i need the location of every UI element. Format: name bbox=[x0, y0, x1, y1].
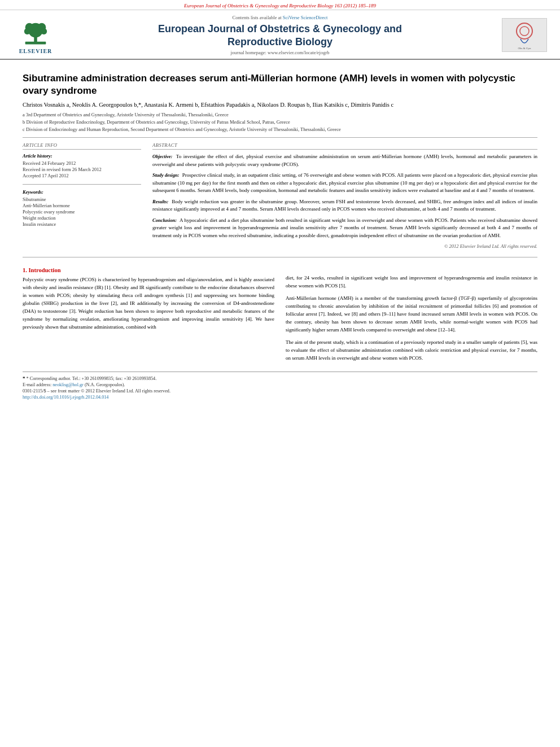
article-title: Sibutramine administration decreases ser… bbox=[23, 72, 537, 97]
obs-gyn-logo: Obs & Gyn bbox=[502, 18, 547, 52]
affiliations: a 3rd Department of Obstetrics and Gynec… bbox=[23, 111, 537, 133]
elsevier-tree-icon bbox=[19, 16, 53, 47]
results-text: Body weight reduction was greater in the… bbox=[152, 199, 537, 212]
abstract-col: Abstract Objective: To investigate the e… bbox=[152, 142, 537, 250]
received-1: Received 24 February 2012 bbox=[23, 160, 141, 166]
abstract-study-design: Study design: Prospective clinical study… bbox=[152, 172, 537, 195]
study-design-text: Prospective clinical study, in an outpat… bbox=[152, 172, 537, 193]
intro-paragraph-2: diet, for 24 weeks, resulted in signific… bbox=[286, 274, 537, 290]
abstract-label: Abstract bbox=[152, 142, 537, 150]
footnote-issn: 0301-2115/$ – see front matter © 2012 El… bbox=[23, 388, 537, 394]
kw-insulin: Insulin resistance bbox=[23, 221, 141, 227]
results-label: Results: bbox=[152, 199, 168, 204]
objective-text: To investigate the effect of diet, physi… bbox=[152, 154, 537, 167]
svg-point-5 bbox=[41, 28, 47, 34]
top-bar: European Journal of Obstetrics & Gynecol… bbox=[0, 0, 560, 10]
elsevier-label: ELSEVIER bbox=[19, 48, 53, 54]
sciverse-line: Contents lists available at SciVerse Sci… bbox=[67, 15, 493, 20]
copyright-line: © 2012 Elsevier Ireland Ltd. All rights … bbox=[152, 243, 537, 250]
affiliation-b: b Division of Reproductive Endocrinology… bbox=[23, 119, 537, 126]
elsevier-logo-left: ELSEVIER bbox=[10, 16, 61, 54]
footnote-corresponding: * * Corresponding author. Tel.: +30 2610… bbox=[23, 375, 537, 381]
footnote-email: E-mail address: neoklisg@hol.gr (N.A. Ge… bbox=[23, 382, 537, 387]
study-design-label: Study design: bbox=[152, 172, 179, 178]
svg-text:Obs & Gyn: Obs & Gyn bbox=[518, 47, 531, 50]
page-content: Sibutramine administration decreases ser… bbox=[0, 60, 560, 412]
journal-homepage: journal homepage: www.elsevier.com/locat… bbox=[67, 50, 493, 55]
footnote-doi: http://dx.doi.org/10.1016/j.ejogrb.2012.… bbox=[23, 395, 537, 400]
affiliation-a: a 3rd Department of Obstetrics and Gynec… bbox=[23, 111, 537, 119]
info-divider bbox=[23, 184, 141, 185]
body-divider bbox=[23, 257, 537, 257]
intro-heading: 1. Introduction bbox=[23, 267, 274, 273]
intro-paragraph-4: The aim of the present study, which is a… bbox=[286, 339, 537, 362]
keywords: Keywords: Sibutramine Anti-Müllerian hor… bbox=[23, 189, 141, 227]
keywords-label: Keywords: bbox=[23, 189, 141, 195]
abstract-text: Objective: To investigate the effect of … bbox=[152, 153, 537, 250]
kw-weight: Weight reduction bbox=[23, 215, 141, 221]
conclusion-text: A hypocaloric diet and a diet plus sibut… bbox=[152, 217, 537, 238]
body-columns: 1. Introduction Polycystic ovary syndrom… bbox=[23, 264, 537, 362]
body-left-col: 1. Introduction Polycystic ovary syndrom… bbox=[23, 264, 274, 362]
svg-point-4 bbox=[24, 28, 30, 34]
footnote-doi-link[interactable]: http://dx.doi.org/10.1016/j.ejogrb.2012.… bbox=[23, 395, 108, 400]
star-icon: * bbox=[23, 375, 25, 381]
body-right-col: diet, for 24 weeks, resulted in signific… bbox=[286, 264, 537, 362]
journal-header: ELSEVIER Contents lists available at Sci… bbox=[0, 10, 560, 60]
accepted: Accepted 17 April 2012 bbox=[23, 173, 141, 178]
abstract-conclusion: Conclusion: A hypocaloric diet and a die… bbox=[152, 217, 537, 240]
journal-logo-right: Obs & Gyn bbox=[499, 18, 550, 52]
kw-sibutramine: Sibutramine bbox=[23, 196, 141, 202]
footnote-area: * * Corresponding author. Tel.: +30 2610… bbox=[23, 372, 537, 400]
svg-rect-6 bbox=[25, 42, 46, 45]
header-divider bbox=[23, 137, 537, 138]
abstract-results: Results: Body weight reduction was great… bbox=[152, 198, 537, 213]
authors: Christos Vosnakis a, Neoklis A. Georgopo… bbox=[23, 102, 537, 108]
kw-amh: Anti-Müllerian hormone bbox=[23, 203, 141, 208]
journal-citation: European Journal of Obstetrics & Gynecol… bbox=[184, 3, 376, 8]
journal-center: Contents lists available at SciVerse Sci… bbox=[61, 15, 499, 55]
article-info-col: Article Info Article history: Received 2… bbox=[23, 142, 141, 250]
history-label: Article history: bbox=[23, 153, 141, 159]
conclusion-label: Conclusion: bbox=[152, 217, 177, 223]
article-history: Article history: Received 24 February 20… bbox=[23, 153, 141, 178]
elsevier-logo: ELSEVIER bbox=[19, 16, 53, 54]
info-abstract-section: Article Info Article history: Received 2… bbox=[23, 142, 537, 250]
article-info-label: Article Info bbox=[23, 142, 141, 150]
intro-paragraph-3: Anti-Müllerian hormone (AMH) is a member… bbox=[286, 295, 537, 334]
footnote-email-link[interactable]: neoklisg@hol.gr bbox=[53, 382, 85, 387]
journal-title: European Journal of Obstetrics & Gynecol… bbox=[67, 23, 493, 48]
objective-label: Objective: bbox=[152, 154, 172, 159]
kw-pcos: Polycystic ovary syndrome bbox=[23, 209, 141, 215]
sciverse-link[interactable]: SciVerse ScienceDirect bbox=[283, 15, 328, 20]
intro-paragraph-1: Polycystic ovary syndrome (PCOS) is char… bbox=[23, 276, 274, 331]
affiliation-c: c Division of Endocrinology and Human Re… bbox=[23, 126, 537, 133]
received-2: Received in revised form 26 March 2012 bbox=[23, 167, 141, 172]
abstract-objective: Objective: To investigate the effect of … bbox=[152, 153, 537, 168]
